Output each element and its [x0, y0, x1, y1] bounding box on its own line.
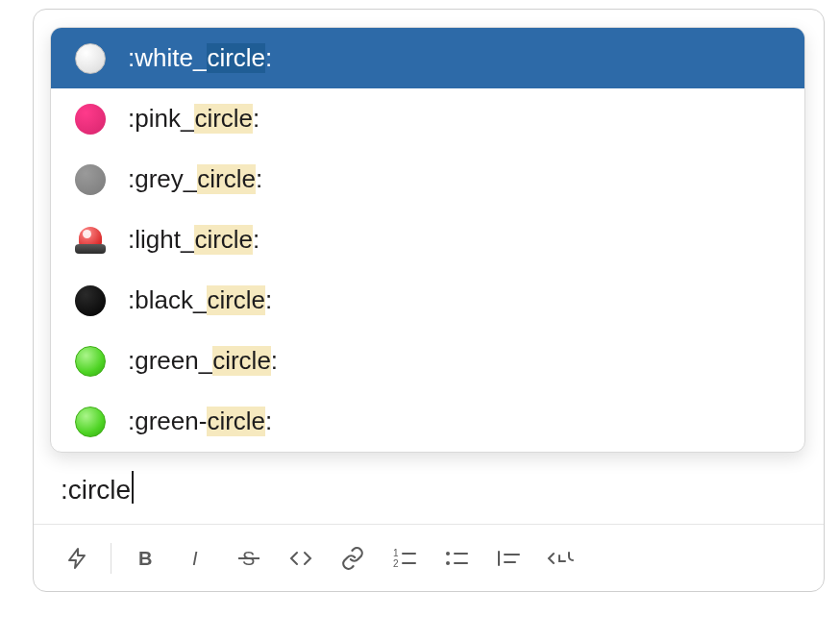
label-suffix: : — [271, 346, 278, 376]
text-cursor — [132, 471, 134, 504]
label-suffix: : — [265, 285, 272, 315]
label-prefix: :green_ — [128, 346, 212, 376]
emoji-suggestion-item[interactable]: :green-circle: — [51, 391, 804, 452]
bold-icon: B — [134, 547, 157, 570]
label-highlight: circle — [207, 285, 265, 315]
label-suffix: : — [265, 43, 272, 73]
emoji-autocomplete-popup: :white_circle::pink_circle::grey_circle:… — [50, 27, 805, 453]
emoji-suggestion-item[interactable]: :green_circle: — [51, 331, 804, 391]
emoji-suggestion-label: :light_circle: — [128, 225, 259, 255]
black-circle-icon — [74, 284, 107, 317]
svg-point-9 — [446, 552, 450, 555]
svg-text:I: I — [192, 548, 198, 569]
label-highlight: circle — [207, 43, 265, 73]
label-highlight: circle — [212, 346, 271, 376]
label-prefix: :white_ — [128, 43, 207, 73]
toolbar-divider — [111, 543, 111, 574]
label-prefix: :grey_ — [128, 164, 197, 194]
emoji-suggestion-item[interactable]: :pink_circle: — [51, 88, 804, 149]
code-block-icon — [546, 547, 575, 570]
bulleted-list-button[interactable] — [431, 536, 482, 580]
label-suffix: : — [253, 225, 259, 255]
siren-icon — [74, 224, 107, 257]
emoji-suggestion-item[interactable]: :black_circle: — [51, 270, 804, 331]
label-highlight: circle — [197, 164, 256, 194]
label-highlight: circle — [194, 104, 253, 134]
emoji-suggestion-label: :white_circle: — [128, 43, 272, 73]
emoji-suggestion-label: :green_circle: — [128, 346, 278, 376]
svg-text:1: 1 — [393, 548, 399, 558]
emoji-suggestion-label: :grey_circle: — [128, 164, 262, 194]
bold-button[interactable]: B — [119, 536, 171, 580]
composer-toolbar: B I S 12 — [34, 524, 824, 591]
green-circle-icon — [74, 345, 107, 378]
link-button[interactable] — [327, 536, 379, 580]
emoji-suggestion-item[interactable]: :grey_circle: — [51, 149, 804, 210]
code-icon — [287, 547, 314, 570]
message-composer: :white_circle::pink_circle::grey_circle:… — [33, 9, 825, 592]
svg-point-10 — [446, 561, 450, 565]
lightning-icon — [65, 547, 88, 570]
label-highlight: circle — [207, 407, 265, 436]
label-suffix: : — [253, 104, 259, 134]
emoji-suggestion-item[interactable]: :white_circle: — [51, 28, 804, 88]
label-suffix: : — [256, 164, 262, 194]
svg-text:B: B — [138, 548, 152, 569]
emoji-suggestion-label: :black_circle: — [128, 285, 272, 315]
svg-text:2: 2 — [393, 558, 399, 569]
code-block-button[interactable] — [534, 536, 586, 580]
strikethrough-button[interactable]: S — [223, 536, 275, 580]
label-prefix: :green- — [128, 407, 207, 436]
emoji-suggestion-label: :pink_circle: — [128, 104, 259, 134]
italic-icon: I — [185, 547, 209, 570]
grey-circle-icon — [74, 163, 107, 196]
pink-circle-icon — [74, 103, 107, 136]
ordered-list-button[interactable]: 12 — [379, 536, 431, 580]
code-button[interactable] — [275, 536, 327, 580]
svg-marker-0 — [69, 549, 85, 568]
label-prefix: :light_ — [128, 225, 194, 255]
bulleted-list-icon — [444, 547, 469, 570]
label-highlight: circle — [194, 225, 253, 255]
message-input[interactable]: :circle — [34, 454, 824, 506]
label-prefix: :pink_ — [128, 104, 194, 134]
blockquote-button[interactable] — [482, 536, 534, 580]
shortcuts-button[interactable] — [51, 536, 103, 580]
emoji-suggestion-label: :green-circle: — [128, 407, 272, 436]
blockquote-icon — [496, 547, 521, 570]
link-icon — [340, 546, 365, 571]
white-circle-icon — [74, 42, 107, 75]
italic-button[interactable]: I — [171, 536, 223, 580]
message-input-text: :circle — [61, 475, 131, 506]
green-circle-icon — [74, 406, 107, 438]
ordered-list-icon: 12 — [392, 547, 417, 570]
label-suffix: : — [265, 407, 272, 436]
strikethrough-icon: S — [235, 547, 262, 570]
emoji-suggestion-item[interactable]: :light_circle: — [51, 210, 804, 270]
label-prefix: :black_ — [128, 285, 207, 315]
